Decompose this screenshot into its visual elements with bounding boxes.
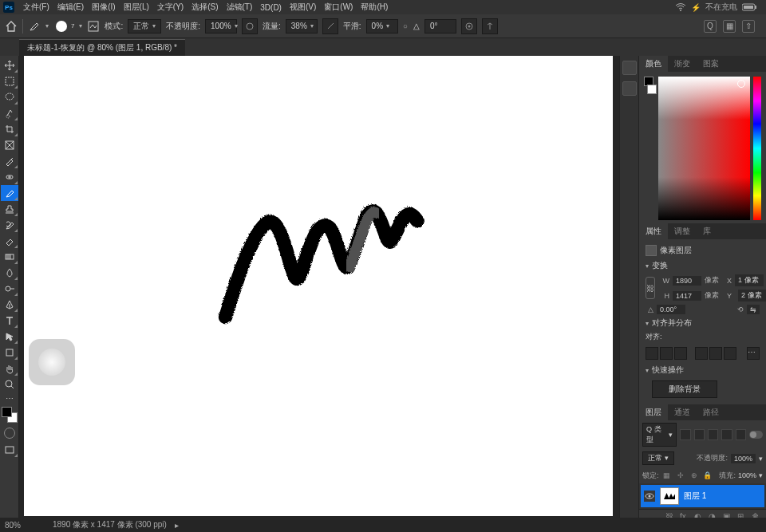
- lock-artboard-icon[interactable]: ⊕: [689, 470, 700, 481]
- width-unit[interactable]: 像素: [705, 275, 721, 286]
- brush-tool-active[interactable]: [1, 185, 18, 201]
- quick-select-tool[interactable]: [1, 105, 18, 121]
- align-center-v-icon[interactable]: [709, 347, 722, 360]
- filter-smart-icon[interactable]: [736, 429, 746, 440]
- screen-mode-icon[interactable]: [1, 442, 18, 458]
- menu-select[interactable]: 选择(S): [188, 2, 222, 13]
- color-swatches[interactable]: [2, 407, 18, 423]
- menu-window[interactable]: 窗口(W): [320, 2, 357, 13]
- share-icon[interactable]: ⇧: [742, 20, 755, 33]
- brush-panel-icon[interactable]: [87, 20, 100, 33]
- layer-row[interactable]: 图层 1: [641, 485, 764, 507]
- tab-adjustments[interactable]: 调整: [668, 223, 697, 239]
- quick-mask-icon[interactable]: [4, 428, 15, 439]
- gradient-tool[interactable]: [1, 249, 18, 265]
- search-icon[interactable]: Q: [704, 20, 717, 33]
- move-tool[interactable]: [1, 57, 18, 73]
- filter-adjust-icon[interactable]: [694, 429, 705, 440]
- tab-channels[interactable]: 通道: [668, 404, 697, 420]
- doc-info-chevron-icon[interactable]: ▸: [175, 521, 179, 530]
- flow-input[interactable]: 38%▾: [286, 19, 318, 33]
- layer-filter-kind[interactable]: Q 类型▾: [642, 423, 677, 447]
- remove-background-button[interactable]: 删除背景: [652, 380, 717, 398]
- smoothing-gear-icon[interactable]: ☼: [403, 22, 409, 30]
- layer-opacity-input[interactable]: 100%: [731, 454, 756, 463]
- brush-tool-icon[interactable]: [28, 20, 41, 33]
- panel-background-swatch[interactable]: [647, 85, 657, 94]
- tab-properties[interactable]: 属性: [639, 223, 668, 239]
- crop-tool[interactable]: [1, 121, 18, 137]
- menu-edit[interactable]: 编辑(E): [53, 2, 88, 13]
- tablet-pressure-icon[interactable]: [461, 18, 477, 34]
- hue-slider[interactable]: [753, 77, 761, 220]
- history-brush-tool[interactable]: [1, 217, 18, 233]
- tab-layers[interactable]: 图层: [639, 404, 668, 420]
- fill-input[interactable]: 100%: [738, 471, 756, 479]
- frame-tool[interactable]: [1, 137, 18, 153]
- menu-file[interactable]: 文件(F): [19, 2, 53, 13]
- menu-3d[interactable]: 3D(D): [256, 3, 286, 12]
- filter-pixel-icon[interactable]: [680, 429, 690, 440]
- menu-view[interactable]: 视图(V): [286, 2, 320, 13]
- menu-image[interactable]: 图像(I): [88, 2, 119, 13]
- canvas-area[interactable]: [19, 56, 619, 518]
- collapsed-panel-icon[interactable]: [622, 61, 637, 75]
- hand-tool[interactable]: [1, 361, 18, 376]
- menu-filter[interactable]: 滤镜(T): [223, 2, 257, 13]
- workspace-icon[interactable]: ▦: [723, 20, 736, 33]
- brush-size-value[interactable]: 7: [71, 22, 74, 30]
- layer-visibility-icon[interactable]: [644, 491, 655, 502]
- path-select-tool[interactable]: [1, 329, 18, 345]
- x-input[interactable]: 1 像素: [735, 274, 764, 286]
- filter-shape-icon[interactable]: [721, 429, 732, 440]
- fill-chevron-icon[interactable]: ▾: [759, 471, 763, 479]
- angle-input[interactable]: 0°: [424, 19, 456, 33]
- airbrush-icon[interactable]: [322, 18, 338, 34]
- foreground-color-swatch[interactable]: [2, 407, 12, 417]
- layer-thumbnail[interactable]: [660, 487, 679, 505]
- height-unit[interactable]: 像素: [705, 290, 721, 301]
- align-left-icon[interactable]: [646, 347, 658, 360]
- document-tab[interactable]: 未标题-1-恢复的 @ 80% (图层 1, RGB/8) *: [19, 39, 185, 56]
- filter-toggle[interactable]: [749, 431, 763, 439]
- brush-preview[interactable]: [53, 18, 69, 34]
- align-section[interactable]: 对齐并分布: [642, 316, 763, 330]
- tool-preset-chevron-icon[interactable]: ▾: [45, 22, 49, 30]
- healing-tool[interactable]: [1, 169, 18, 185]
- dodge-tool[interactable]: [1, 281, 18, 297]
- y-input[interactable]: 2 像素: [738, 290, 766, 301]
- tab-color[interactable]: 颜色: [639, 56, 668, 72]
- zoom-tool[interactable]: [1, 376, 18, 392]
- quick-actions-section[interactable]: 快速操作: [642, 363, 763, 377]
- pen-tool[interactable]: [1, 297, 18, 313]
- layer-name[interactable]: 图层 1: [684, 491, 706, 502]
- smoothing-input[interactable]: 0%▾: [366, 19, 398, 33]
- brush-picker-chevron-icon[interactable]: ▾: [79, 22, 82, 30]
- stamp-tool[interactable]: [1, 201, 18, 217]
- width-input[interactable]: 1890: [673, 276, 701, 286]
- lock-position-icon[interactable]: ✢: [675, 470, 686, 481]
- type-tool[interactable]: [1, 313, 18, 329]
- layer-opacity-chevron-icon[interactable]: ▾: [759, 455, 763, 463]
- menu-help[interactable]: 帮助(H): [357, 2, 392, 13]
- opacity-input[interactable]: 100%▾: [205, 19, 237, 33]
- lock-all-icon[interactable]: 🔒: [702, 470, 713, 481]
- blur-tool[interactable]: [1, 265, 18, 281]
- lock-pixels-icon[interactable]: ▦: [661, 470, 673, 481]
- tab-paths[interactable]: 路径: [697, 404, 725, 420]
- collapsed-panel-icon[interactable]: [622, 81, 637, 96]
- height-input[interactable]: 1417: [673, 291, 701, 301]
- marquee-tool[interactable]: [1, 73, 18, 89]
- tab-gradient[interactable]: 渐变: [668, 56, 697, 72]
- panel-color-swatches[interactable]: [644, 77, 655, 220]
- blend-mode-select[interactable]: 正常▾: [128, 19, 161, 33]
- align-bottom-icon[interactable]: [724, 347, 736, 360]
- canvas[interactable]: [24, 56, 613, 516]
- shape-tool[interactable]: [1, 345, 18, 361]
- color-spectrum[interactable]: [658, 77, 750, 220]
- edit-toolbar-icon[interactable]: ⋯: [1, 392, 18, 404]
- menu-type[interactable]: 文字(Y): [153, 2, 188, 13]
- symmetry-icon[interactable]: [482, 18, 498, 34]
- flip-h-icon[interactable]: ⇋: [747, 305, 760, 314]
- filter-type-icon[interactable]: [708, 429, 718, 440]
